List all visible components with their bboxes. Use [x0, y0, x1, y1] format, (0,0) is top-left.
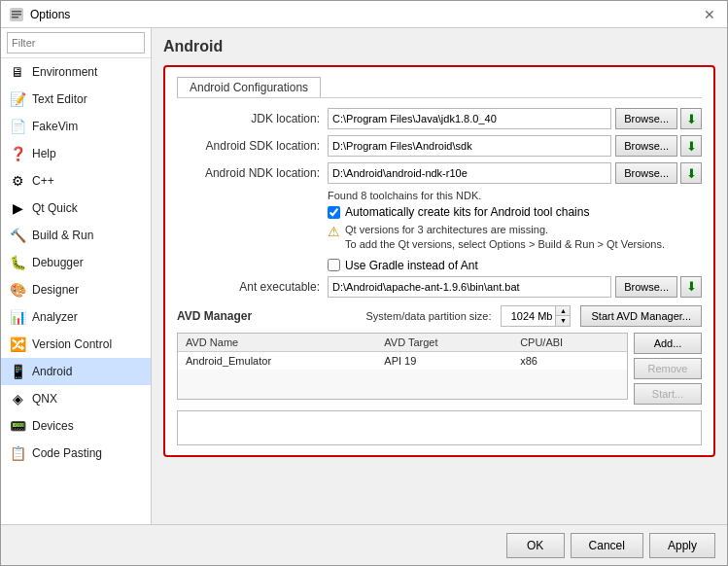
avd-action-buttons: Add... Remove Start... [634, 333, 702, 405]
sdk-browse-button[interactable]: Browse... [615, 135, 677, 157]
ant-input[interactable] [328, 276, 611, 298]
ndk-browse-button[interactable]: Browse... [615, 162, 677, 184]
options-window: Options ✕ 🖥 Environment 📝 Text Editor 📄 … [0, 0, 728, 566]
partition-label: System/data partition size: [365, 310, 491, 322]
analyzer-icon: 📊 [9, 308, 26, 326]
avd-table-container: AVD Name AVD Target CPU/ABI Android_Emul… [177, 333, 628, 400]
designer-icon: 🎨 [9, 281, 26, 299]
sidebar-item-devices[interactable]: 📟 Devices [1, 412, 151, 440]
sidebar-item-label: QNX [32, 392, 57, 406]
avd-table-wrap: AVD Name AVD Target CPU/ABI Android_Emul… [177, 333, 628, 400]
sidebar-item-qt-quick[interactable]: ▶ Qt Quick [1, 195, 151, 222]
warning-text-block: Qt versions for 3 architectures are miss… [345, 223, 665, 253]
sidebar-item-label: Devices [32, 419, 74, 433]
ndk-input[interactable] [328, 162, 611, 184]
use-gradle-label: Use Gradle instead of Ant [345, 259, 478, 272]
cancel-button[interactable]: Cancel [571, 533, 643, 558]
sdk-input[interactable] [328, 135, 611, 157]
close-button[interactable]: ✕ [700, 5, 719, 24]
android-icon: 📱 [9, 363, 26, 380]
spinner-arrows: ▲ ▼ [555, 306, 570, 326]
filter-input[interactable] [7, 32, 145, 53]
jdk-download-button[interactable]: ⬇ [680, 108, 702, 129]
start-avd-manager-button[interactable]: Start AVD Manager... [580, 305, 702, 327]
build-run-icon: 🔨 [9, 227, 26, 244]
main-panel: Android Android Configurations JDK locat… [152, 28, 727, 524]
ant-browse-button[interactable]: Browse... [615, 276, 677, 298]
cpp-icon: ⚙ [9, 172, 26, 190]
sidebar-item-label: Debugger [32, 256, 84, 269]
avd-cpu-cell: x86 [512, 351, 627, 370]
auto-create-kits-label: Automatically create kits for Android to… [345, 205, 589, 219]
spinner-up-button[interactable]: ▲ [556, 306, 570, 316]
sidebar-item-cpp[interactable]: ⚙ C++ [1, 167, 151, 195]
ndk-info-text: Found 8 toolchains for this NDK. [328, 190, 702, 201]
use-gradle-checkbox[interactable] [328, 259, 340, 271]
sidebar-item-qnx[interactable]: ◈ QNX [1, 385, 151, 412]
sidebar-item-label: Version Control [32, 337, 112, 351]
add-avd-button[interactable]: Add... [634, 333, 702, 354]
sidebar-item-label: Text Editor [32, 92, 87, 106]
warning-line1: Qt versions for 3 architectures are miss… [345, 223, 665, 237]
sidebar-item-text-editor[interactable]: 📝 Text Editor [1, 86, 151, 113]
code-pasting-icon: 📋 [9, 444, 26, 462]
svg-rect-1 [12, 11, 21, 13]
sdk-download-button[interactable]: ⬇ [680, 135, 702, 157]
text-editor-icon: 📝 [9, 90, 26, 108]
sidebar-item-label: FakeVim [32, 120, 78, 133]
sidebar-item-debugger[interactable]: 🐛 Debugger [1, 249, 151, 276]
sidebar-item-label: Environment [32, 65, 97, 79]
jdk-browse-button[interactable]: Browse... [615, 108, 677, 129]
sidebar-item-environment[interactable]: 🖥 Environment [1, 58, 151, 86]
use-gradle-row: Use Gradle instead of Ant [328, 259, 702, 272]
sidebar-item-fakevim[interactable]: 📄 FakeVim [1, 113, 151, 140]
sidebar-item-label: Code Pasting [32, 446, 102, 460]
sidebar-item-code-pasting[interactable]: 📋 Code Pasting [1, 440, 151, 467]
spinner-down-button[interactable]: ▼ [556, 316, 570, 326]
sidebar-item-analyzer[interactable]: 📊 Analyzer [1, 303, 151, 331]
content-area: 🖥 Environment 📝 Text Editor 📄 FakeVim ❓ … [1, 28, 727, 524]
sidebar-item-designer[interactable]: 🎨 Designer [1, 276, 151, 303]
sidebar-item-label: C++ [32, 174, 54, 188]
sidebar-item-android[interactable]: 📱 Android [1, 358, 151, 385]
footer-bar: OK Cancel Apply [1, 524, 727, 565]
partition-input[interactable] [502, 306, 555, 326]
avd-target-cell: API 19 [376, 351, 512, 370]
sdk-label: Android SDK location: [177, 139, 328, 153]
ant-download-button[interactable]: ⬇ [680, 276, 702, 298]
sidebar-item-version-control[interactable]: 🔀 Version Control [1, 331, 151, 358]
jdk-row: JDK location: Browse... ⬇ [177, 108, 702, 129]
ok-button[interactable]: OK [506, 533, 565, 558]
auto-create-kits-row: Automatically create kits for Android to… [328, 205, 702, 219]
jdk-input[interactable] [328, 108, 611, 129]
fakevim-icon: 📄 [9, 118, 26, 135]
start-avd-button[interactable]: Start... [634, 383, 702, 405]
avd-col-name: AVD Name [178, 334, 376, 352]
table-row[interactable]: Android_Emulator API 19 x86 [178, 351, 627, 370]
filter-box [1, 28, 151, 58]
debugger-icon: 🐛 [9, 254, 26, 271]
window-title: Options [30, 8, 70, 21]
remove-avd-button[interactable]: Remove [634, 358, 702, 379]
qnx-icon: ◈ [9, 390, 26, 407]
avd-col-target: AVD Target [376, 334, 512, 352]
sdk-row: Android SDK location: Browse... ⬇ [177, 135, 702, 157]
avd-section: AVD Manager System/data partition size: … [177, 305, 702, 405]
sidebar-item-help[interactable]: ❓ Help [1, 140, 151, 167]
partition-spinner: ▲ ▼ [501, 305, 571, 327]
ndk-row: Android NDK location: Browse... ⬇ [177, 162, 702, 184]
qt-quick-icon: ▶ [9, 199, 26, 217]
svg-rect-3 [12, 17, 18, 18]
ndk-label: Android NDK location: [177, 166, 328, 180]
auto-create-kits-checkbox[interactable] [328, 206, 340, 219]
sidebar-item-label: Build & Run [32, 229, 93, 242]
environment-icon: 🖥 [9, 63, 26, 81]
tab-android-configurations[interactable]: Android Configurations [177, 77, 321, 97]
tab-header: Android Configurations [177, 77, 702, 98]
jdk-label: JDK location: [177, 112, 328, 125]
title-bar: Options ✕ [1, 1, 727, 28]
apply-button[interactable]: Apply [649, 533, 715, 558]
sidebar-item-build-run[interactable]: 🔨 Build & Run [1, 222, 151, 249]
log-area [177, 410, 702, 445]
ndk-download-button[interactable]: ⬇ [680, 162, 702, 184]
